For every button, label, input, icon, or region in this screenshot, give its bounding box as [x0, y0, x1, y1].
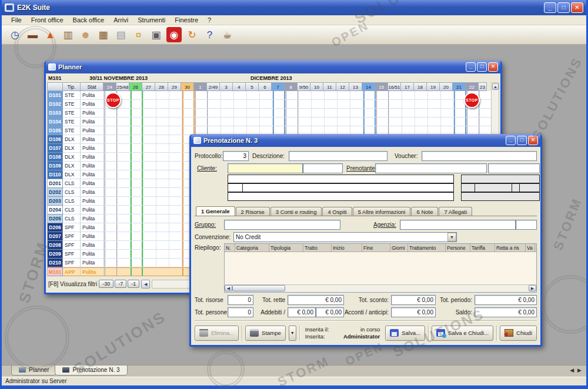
day-cell[interactable]: [156, 268, 169, 276]
day-cell[interactable]: [156, 144, 169, 152]
day-cell[interactable]: [298, 91, 311, 99]
day-cell[interactable]: [415, 100, 427, 108]
day-cell[interactable]: [337, 91, 350, 99]
day-cell[interactable]: [169, 188, 182, 196]
planner-row-D104[interactable]: D104STEPulita: [48, 118, 499, 126]
billing-icon-button[interactable]: ¤: [130, 26, 147, 43]
menu-item-2[interactable]: Back office: [68, 16, 109, 24]
day-cell[interactable]: [130, 135, 143, 143]
day-cell[interactable]: [169, 109, 182, 117]
day-cell[interactable]: [453, 126, 466, 135]
taskbar-tab-prenotazione[interactable]: Prenotazione N. 3: [55, 365, 127, 375]
day-cell[interactable]: [143, 232, 156, 240]
day-cell[interactable]: [130, 250, 143, 258]
day-cell[interactable]: [208, 100, 220, 108]
day-cell[interactable]: [143, 268, 156, 276]
day-cell[interactable]: [272, 109, 285, 117]
gruppo-field[interactable]: [224, 220, 340, 230]
booking-book-icon-button[interactable]: ▥: [59, 26, 76, 43]
day-cell[interactable]: [479, 126, 487, 135]
day-cell[interactable]: [415, 118, 427, 126]
day-cell[interactable]: [156, 100, 169, 108]
day-cell[interactable]: [389, 91, 402, 99]
day-header-23[interactable]: 23: [479, 82, 487, 91]
day-cell[interactable]: [143, 118, 156, 126]
day-cell[interactable]: [169, 197, 182, 205]
day-cell[interactable]: [402, 100, 415, 108]
day-cell[interactable]: [182, 118, 195, 126]
taskbar-tab-planner[interactable]: Planner: [11, 365, 56, 375]
salva-e-chiudi-button[interactable]: Salva e Chiudi...: [432, 326, 493, 341]
day-cell[interactable]: [117, 197, 130, 205]
day-cell[interactable]: [324, 109, 337, 117]
day-cell[interactable]: [208, 118, 220, 126]
stampe-dropdown-button[interactable]: ▼: [289, 326, 296, 341]
day-cell[interactable]: [479, 118, 487, 126]
day-cell[interactable]: [156, 162, 169, 170]
day-cell[interactable]: [402, 126, 415, 135]
day-cell[interactable]: [156, 206, 169, 214]
rooms-bed-icon-button[interactable]: ▬: [24, 26, 41, 43]
day-cell[interactable]: [233, 100, 246, 108]
day-cell[interactable]: [156, 197, 169, 205]
day-cell[interactable]: [324, 126, 337, 135]
day-cell[interactable]: [466, 109, 479, 117]
gruppo-label[interactable]: Gruppo:: [195, 222, 222, 228]
power-icon-button[interactable]: ◉: [166, 27, 182, 42]
day-cell[interactable]: [233, 109, 246, 117]
day-cell[interactable]: [272, 126, 285, 135]
day-cell[interactable]: [130, 188, 143, 196]
day-cell[interactable]: [363, 118, 376, 126]
day-cell[interactable]: [104, 268, 117, 276]
day-cell[interactable]: [220, 118, 233, 126]
day-cell[interactable]: [104, 214, 117, 223]
agenzia-field[interactable]: [400, 220, 516, 230]
day-header-19[interactable]: 19: [427, 82, 440, 91]
menu-item-1[interactable]: Front office: [26, 16, 68, 24]
day-cell[interactable]: [130, 91, 143, 99]
tab-2[interactable]: 2 Risorse: [236, 207, 270, 216]
day-cell[interactable]: [130, 109, 143, 117]
planner-row-D103[interactable]: D103STEPulita: [48, 109, 499, 118]
day-header-5[interactable]: 5: [246, 82, 259, 91]
day-header-13[interactable]: 13: [349, 82, 362, 91]
day-cell[interactable]: [143, 144, 156, 152]
day-cell[interactable]: [143, 241, 156, 249]
day-cell[interactable]: [195, 126, 208, 135]
day-cell[interactable]: [104, 241, 117, 249]
day-cell[interactable]: [130, 197, 143, 205]
day-cell[interactable]: [156, 91, 169, 99]
day-header-17[interactable]: 17: [401, 82, 414, 91]
day-cell[interactable]: [311, 118, 324, 126]
riepilogo-scroll-right[interactable]: ▶: [529, 285, 536, 291]
day-cell[interactable]: [220, 109, 233, 117]
day-header-14[interactable]: 14: [362, 82, 375, 91]
dialog-maximize-button[interactable]: □: [517, 136, 527, 145]
day-cell[interactable]: [350, 91, 363, 99]
day-cell[interactable]: [117, 223, 130, 232]
day-cell[interactable]: [156, 135, 169, 143]
day-cell[interactable]: [233, 126, 246, 135]
menu-item-5[interactable]: Finestre: [170, 16, 203, 24]
day-cell[interactable]: [220, 126, 233, 135]
day-cell[interactable]: [376, 100, 389, 108]
day-cell[interactable]: [117, 188, 130, 196]
day-cell[interactable]: [117, 179, 130, 187]
day-cell[interactable]: [389, 109, 402, 117]
day-cell[interactable]: [350, 109, 363, 117]
day-cell[interactable]: [156, 214, 169, 223]
day-cell[interactable]: [143, 259, 156, 267]
day-cell[interactable]: [104, 126, 117, 135]
day-header-6[interactable]: 6: [259, 82, 272, 91]
day-cell[interactable]: [453, 118, 466, 126]
day-cell[interactable]: [130, 214, 143, 223]
day-cell[interactable]: [169, 126, 182, 135]
day-cell[interactable]: [169, 135, 182, 143]
day-header-10[interactable]: 10: [310, 82, 323, 91]
cliente-label[interactable]: Cliente:: [197, 165, 217, 172]
tab-5[interactable]: 5 Altre informazioni: [353, 207, 411, 216]
day-cell[interactable]: [156, 170, 169, 179]
day-cell[interactable]: [285, 109, 298, 117]
day-cell[interactable]: [156, 259, 169, 267]
day-cell[interactable]: [479, 100, 487, 108]
